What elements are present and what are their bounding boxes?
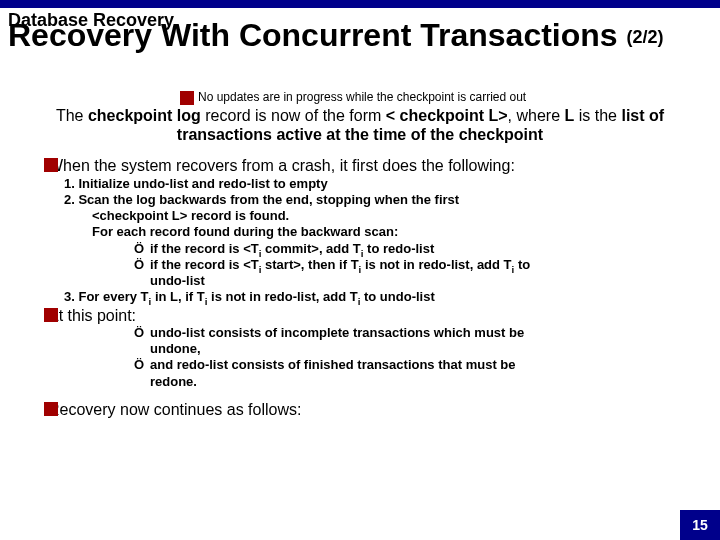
arrow-icon: Ö bbox=[134, 257, 150, 273]
txt: < checkpoint L> bbox=[386, 107, 508, 124]
redo-list-desc-cont: redone. bbox=[64, 374, 712, 390]
paragraph-crash-recover: When the system recovers from a crash, i… bbox=[8, 156, 712, 175]
content-body: The checkpoint log record is now of the … bbox=[8, 106, 712, 419]
txt: start>, then if T bbox=[261, 257, 358, 272]
paragraph-continues: Recovery now continues as follows: bbox=[8, 400, 712, 419]
title-suffix: (2/2) bbox=[627, 27, 664, 47]
step-2-start: Öif the record is <Ti start>, then if Ti… bbox=[64, 257, 712, 273]
txt: checkpoint log bbox=[88, 107, 201, 124]
slide-title: Recovery With Concurrent Transactions (2… bbox=[8, 18, 664, 53]
title-main: Recovery With Concurrent Transactions bbox=[8, 17, 618, 53]
arrow-icon: Ö bbox=[134, 357, 150, 373]
step-2-start-cont: undo-list bbox=[64, 273, 712, 289]
txt: is not in redo-list, add T bbox=[207, 289, 357, 304]
txt: undo-list consists of incomplete transac… bbox=[150, 325, 524, 340]
txt: Recovery now continues as follows: bbox=[48, 400, 301, 419]
step-2-line2: <checkpoint L> record is found. bbox=[64, 208, 712, 224]
redo-list-desc: Öand redo-list consists of finished tran… bbox=[64, 357, 712, 373]
bullet-icon bbox=[44, 158, 58, 172]
txt: , where bbox=[508, 107, 565, 124]
paragraph-checkpoint: The checkpoint log record is now of the … bbox=[8, 106, 712, 152]
txt: to redo-list bbox=[364, 241, 435, 256]
txt: if the record is <T bbox=[150, 257, 259, 272]
txt: to bbox=[514, 257, 530, 272]
step-3: 3. For every Ti in L, if Ti is not in re… bbox=[64, 289, 712, 305]
note-text: No updates are in progress while the che… bbox=[198, 90, 526, 104]
steps-list: 1. Initialize undo-list and redo-list to… bbox=[8, 176, 712, 306]
step-2-line1: 2. Scan the log backwards from the end, … bbox=[64, 192, 712, 208]
txt: in L, if T bbox=[151, 289, 204, 304]
txt: is not in redo-list, add T bbox=[361, 257, 511, 272]
txt: active at the time of the checkpoint bbox=[272, 126, 543, 143]
bullet-icon bbox=[44, 402, 58, 416]
txt: is the bbox=[574, 107, 621, 124]
arrow-icon: Ö bbox=[134, 241, 150, 257]
arrow-icon: Ö bbox=[134, 325, 150, 341]
page-number: 15 bbox=[680, 510, 720, 540]
txt: 3. For every T bbox=[64, 289, 149, 304]
at-point-list: Öundo-list consists of incomplete transa… bbox=[8, 325, 712, 390]
bullet-icon bbox=[180, 91, 194, 105]
txt: The bbox=[56, 107, 88, 124]
step-2-commit: Öif the record is <Ti commit>, add Ti to… bbox=[64, 241, 712, 257]
txt: L bbox=[565, 107, 575, 124]
txt: and redo-list consists of finished trans… bbox=[150, 357, 516, 372]
step-2-line3: For each record found during the backwar… bbox=[64, 224, 712, 240]
undo-list-desc-cont: undone, bbox=[64, 341, 712, 357]
txt: to undo-list bbox=[360, 289, 434, 304]
checkpoint-note: No updates are in progress while the che… bbox=[180, 90, 526, 105]
txt: When the system recovers from a crash, i… bbox=[48, 156, 515, 175]
txt: if the record is <T bbox=[150, 241, 259, 256]
txt: commit>, add T bbox=[261, 241, 360, 256]
txt: At this point: bbox=[48, 306, 136, 325]
txt: record is now of the form bbox=[201, 107, 386, 124]
bullet-icon bbox=[44, 308, 58, 322]
step-1: 1. Initialize undo-list and redo-list to… bbox=[64, 176, 712, 192]
paragraph-at-this-point: At this point: bbox=[8, 306, 712, 325]
undo-list-desc: Öundo-list consists of incomplete transa… bbox=[64, 325, 712, 341]
